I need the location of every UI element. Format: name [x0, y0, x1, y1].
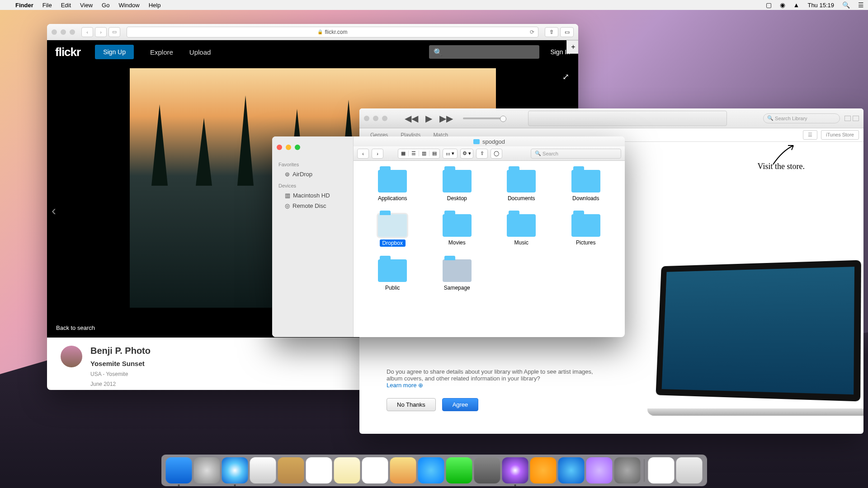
wifi-icon[interactable]: ◉: [776, 1, 789, 9]
folder-desktop[interactable]: Desktop: [427, 170, 487, 202]
learn-more-link[interactable]: Learn more ⊕: [387, 382, 423, 389]
fullscreen-button[interactable]: [853, 116, 859, 121]
close-icon[interactable]: [277, 145, 282, 150]
menu-help[interactable]: Help: [144, 2, 165, 9]
dock-safari[interactable]: [222, 457, 248, 483]
play-button[interactable]: ▶: [425, 113, 432, 124]
author-avatar[interactable]: [61, 346, 82, 367]
sidebar-item-airdrop[interactable]: ⊚AirDrop: [272, 169, 353, 179]
folder-samepage[interactable]: Samepage: [427, 259, 487, 291]
itunes-store-button[interactable]: iTunes Store: [821, 130, 859, 140]
nav-upload[interactable]: Upload: [189, 48, 211, 56]
dock-mail[interactable]: [250, 457, 276, 483]
dock-facetime[interactable]: [446, 457, 472, 483]
view-mode-buttons[interactable]: ▦☰▥▤: [398, 149, 440, 159]
agree-button[interactable]: Agree: [442, 398, 479, 411]
back-button[interactable]: ‹: [81, 27, 93, 37]
tags-button[interactable]: ◯: [491, 149, 502, 159]
close-icon[interactable]: [52, 29, 57, 35]
menu-window[interactable]: Window: [114, 2, 144, 9]
address-bar[interactable]: 🔒 flickr.com ⟳: [127, 27, 538, 38]
menu-clock[interactable]: Thu 15:19: [803, 2, 838, 9]
folder-icon: [507, 214, 536, 237]
minimize-icon[interactable]: [286, 145, 291, 150]
dock-finder[interactable]: [166, 457, 192, 483]
finder-icon-grid[interactable]: ApplicationsDesktopDocumentsDownloadsDro…: [354, 161, 625, 337]
dock-photobooth[interactable]: [474, 457, 500, 483]
dock-appstore[interactable]: [558, 457, 585, 483]
itunes-search[interactable]: 🔍 Search Library: [763, 113, 840, 123]
dock-itunes[interactable]: [502, 457, 528, 483]
disk-icon: ▥: [285, 192, 290, 199]
miniplayer-button[interactable]: [844, 116, 851, 121]
list-view-button[interactable]: ☰: [803, 130, 817, 140]
dock-document[interactable]: [648, 457, 675, 483]
reload-icon[interactable]: ⟳: [530, 29, 534, 35]
dock-launchpad[interactable]: [194, 457, 220, 483]
share-button[interactable]: ⇧: [545, 27, 558, 37]
spotlight-icon[interactable]: 🔍: [838, 1, 854, 9]
share-button[interactable]: ⇧: [476, 149, 488, 159]
folder-applications[interactable]: Applications: [363, 170, 423, 202]
search-icon: 🔍: [767, 115, 774, 121]
folder-icon: [443, 170, 472, 192]
dock-maps[interactable]: [390, 457, 416, 483]
folder-documents[interactable]: Documents: [491, 170, 552, 202]
back-to-search-link[interactable]: Back to search: [56, 324, 95, 331]
menu-go[interactable]: Go: [97, 2, 114, 9]
action-button[interactable]: ⚙ ▾: [460, 149, 473, 159]
folder-label: Public: [385, 285, 400, 291]
menu-edit[interactable]: Edit: [57, 2, 75, 9]
menu-file[interactable]: File: [38, 2, 57, 9]
folder-dropbox[interactable]: Dropbox: [363, 214, 423, 247]
tabs-button[interactable]: ▭: [560, 27, 574, 37]
laptop-illustration: [637, 258, 863, 429]
menu-view[interactable]: View: [75, 2, 97, 9]
dock-trash[interactable]: [676, 457, 703, 483]
volume-icon[interactable]: ▲: [789, 1, 804, 9]
minimize-icon[interactable]: [61, 29, 66, 35]
prev-track-button[interactable]: ◀◀: [405, 113, 418, 124]
flickr-search[interactable]: 🔍: [429, 45, 539, 59]
author-name[interactable]: Benji P. Photo: [90, 346, 151, 356]
zoom-icon[interactable]: [382, 116, 387, 121]
forward-button[interactable]: ›: [95, 27, 107, 37]
close-icon[interactable]: [364, 116, 369, 121]
menu-app-name[interactable]: Finder: [11, 2, 38, 9]
zoom-icon[interactable]: [70, 29, 75, 35]
minimize-icon[interactable]: [373, 116, 378, 121]
signup-button[interactable]: Sign Up: [95, 45, 134, 59]
finder-search[interactable]: 🔍 Search: [531, 149, 621, 159]
folder-music[interactable]: Music: [491, 214, 552, 247]
no-thanks-button[interactable]: No Thanks: [387, 398, 436, 411]
dock-reminders[interactable]: [362, 457, 388, 483]
notification-center-icon[interactable]: ☰: [854, 1, 868, 9]
sidebar-item-macintosh-hd[interactable]: ▥Macintosh HD: [272, 190, 353, 201]
next-track-button[interactable]: ▶▶: [439, 113, 453, 124]
zoom-icon[interactable]: [295, 145, 300, 150]
airplay-icon[interactable]: ▢: [762, 1, 776, 9]
folder-movies[interactable]: Movies: [427, 214, 487, 247]
dock-contacts[interactable]: [278, 457, 304, 483]
finder-window[interactable]: Favorites ⊚AirDrop Devices ▥Macintosh HD…: [272, 136, 625, 337]
new-tab-button[interactable]: +: [566, 40, 578, 54]
folder-pictures[interactable]: Pictures: [556, 214, 616, 247]
dock-messages[interactable]: [418, 457, 444, 483]
dock-calendar[interactable]: [306, 457, 332, 483]
folder-downloads[interactable]: Downloads: [556, 170, 616, 202]
forward-button[interactable]: ›: [372, 149, 383, 159]
folder-public[interactable]: Public: [363, 259, 423, 291]
dock-notes[interactable]: [334, 457, 360, 483]
sidebar-button[interactable]: ▭: [108, 27, 120, 37]
sidebar-item-remote-disc[interactable]: ◎Remote Disc: [272, 201, 353, 211]
volume-slider[interactable]: [463, 117, 504, 119]
prev-photo-button[interactable]: ‹: [52, 203, 56, 218]
dock-ibooks[interactable]: [530, 457, 557, 483]
back-button[interactable]: ‹: [357, 149, 369, 159]
flickr-logo[interactable]: flickr: [55, 45, 80, 59]
nav-explore[interactable]: Explore: [150, 48, 173, 56]
arrange-button[interactable]: ⚏ ▾: [443, 149, 458, 159]
fullscreen-icon[interactable]: ⤢: [562, 72, 569, 82]
dock-preferences[interactable]: [614, 457, 641, 483]
dock-activity[interactable]: [586, 457, 613, 483]
